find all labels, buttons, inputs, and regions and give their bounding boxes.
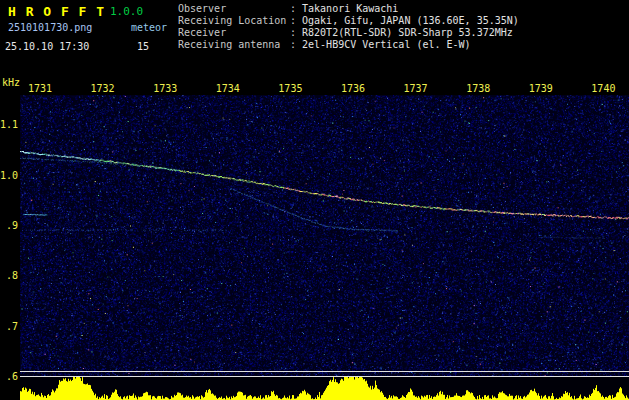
y-tick-label: .8 [0, 270, 18, 281]
x-tick-label: 1732 [86, 83, 120, 94]
info-label-receiver: Receiver [178, 27, 290, 39]
x-tick-label: 1733 [148, 83, 182, 94]
output-file-name: 2510101730.png [8, 22, 92, 33]
receiving-location-row: Receiving Location:Ogaki, Gifu, JAPAN (1… [178, 15, 519, 27]
observation-mode: meteor [131, 22, 167, 33]
separator: : [290, 3, 296, 14]
receiver-row: Receiver:R820T2(RTL-SDR) SDR-Sharp 53.37… [178, 27, 519, 39]
spectrogram-canvas [20, 95, 629, 400]
y-tick-label: .9 [0, 220, 18, 231]
app-title: H R O F F T [8, 4, 105, 19]
info-label-antenna: Receiving antenna [178, 39, 290, 51]
x-tick-label: 1739 [524, 83, 558, 94]
separator: : [290, 27, 296, 38]
y-axis: 1.11.0.9.8.7.6 [0, 0, 18, 400]
antenna-row: Receiving antenna:2el-HB9CV Vertical (el… [178, 39, 519, 51]
y-tick-label: 1.1 [0, 119, 18, 130]
x-tick-label: 1734 [211, 83, 245, 94]
x-tick-label: 1737 [399, 83, 433, 94]
x-tick-label: 1731 [23, 83, 57, 94]
x-tick-label: 1738 [461, 83, 495, 94]
x-tick-label: 1740 [586, 83, 620, 94]
observer-row: Observer:Takanori Kawachi [178, 3, 519, 15]
y-tick-label: .7 [0, 321, 18, 332]
info-value-location: Ogaki, Gifu, JAPAN (136.60E, 35.35N) [302, 15, 519, 26]
x-axis: 1731173217331734173517361737173817391740 [0, 83, 629, 95]
station-info: Observer:Takanori Kawachi Receiving Loca… [178, 3, 519, 51]
y-tick-label: 1.0 [0, 170, 18, 181]
separator: : [290, 15, 296, 26]
separator: : [290, 39, 296, 50]
x-tick-label: 1735 [273, 83, 307, 94]
hrofft-window: H R O F F T 1.0.0 2510101730.png meteor … [0, 0, 629, 400]
y-tick-label: .6 [0, 371, 18, 382]
info-value-antenna: 2el-HB9CV Vertical (el. E-W) [302, 39, 471, 50]
x-tick-label: 1736 [336, 83, 370, 94]
info-value-receiver: R820T2(RTL-SDR) SDR-Sharp 53.372MHz [302, 27, 513, 38]
info-value-observer: Takanori Kawachi [302, 3, 398, 14]
interval-count: 15 [137, 41, 149, 52]
app-version: 1.0.0 [110, 5, 143, 18]
info-label-location: Receiving Location [178, 15, 290, 27]
info-label-observer: Observer [178, 3, 290, 15]
